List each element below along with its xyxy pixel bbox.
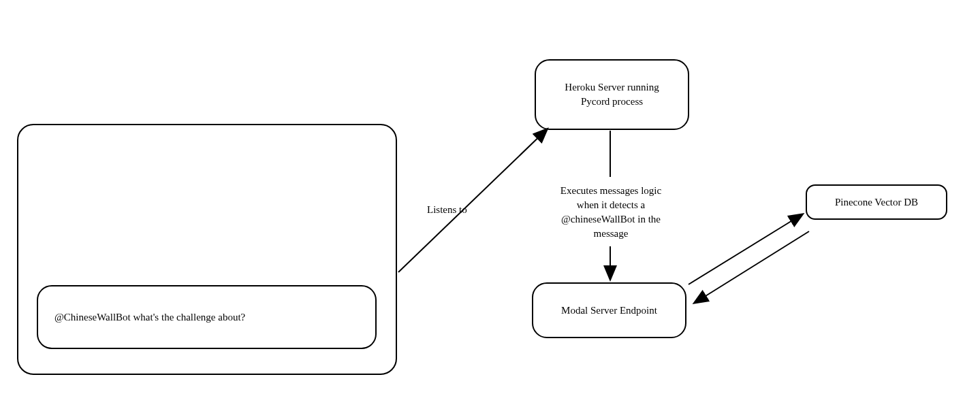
modal-server-node: Modal Server Endpoint [532, 282, 686, 338]
arrow-pinecone-to-modal [695, 231, 809, 303]
heroku-server-label: Heroku Server running Pycord process [565, 80, 659, 109]
pinecone-db-label: Pinecone Vector DB [835, 195, 918, 210]
heroku-server-node: Heroku Server running Pycord process [535, 59, 689, 130]
arrow-discord-to-heroku [398, 129, 547, 272]
modal-server-label: Modal Server Endpoint [561, 303, 657, 318]
pinecone-db-node: Pinecone Vector DB [806, 184, 947, 220]
arrow-modal-to-pinecone [689, 214, 802, 284]
listens-label: Listens to [427, 203, 467, 217]
executes-label: Executes messages logic when it detects … [550, 184, 672, 241]
chat-message-text: @ChineseWallBot what's the challenge abo… [54, 312, 245, 323]
chat-message-box: @ChineseWallBot what's the challenge abo… [37, 285, 377, 349]
